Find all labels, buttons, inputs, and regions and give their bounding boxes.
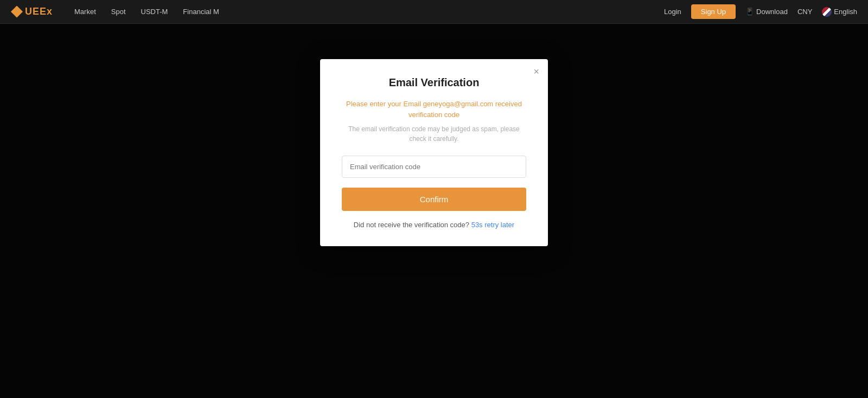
resend-timer[interactable]: 53s retry later [471, 221, 514, 229]
flag-icon [822, 7, 832, 17]
resend-section: Did not receive the verification code? 5… [342, 221, 526, 229]
logo-text: UEEx [25, 6, 53, 17]
signup-button[interactable]: Sign Up [691, 4, 736, 19]
verification-code-input[interactable] [342, 156, 526, 178]
nav-right: Login Sign Up 📱 Download CNY English [664, 4, 857, 19]
modal-description: Please enter your Email geneyoga@gmail.c… [342, 99, 526, 120]
nav-financial[interactable]: Financial M [183, 8, 219, 16]
nav-usdtm[interactable]: USDT-M [141, 8, 168, 16]
nav-market[interactable]: Market [74, 8, 96, 16]
email-verification-modal: × Email Verification Please enter your E… [320, 59, 548, 246]
navbar: UEEx Market Spot USDT-M Financial M Logi… [0, 0, 868, 24]
modal-spam-note: The email verification code may be judge… [342, 124, 526, 144]
modal-title: Email Verification [342, 76, 526, 89]
logo[interactable]: UEEx [11, 6, 53, 18]
close-button[interactable]: × [533, 67, 539, 76]
download-link[interactable]: 📱 Download [745, 8, 788, 16]
currency-selector[interactable]: CNY [797, 8, 812, 16]
nav-spot[interactable]: Spot [111, 8, 126, 16]
modal-overlay: × Email Verification Please enter your E… [0, 24, 868, 398]
login-button[interactable]: Login [664, 8, 681, 16]
resend-prefix: Did not receive the verification code? [354, 221, 469, 229]
language-selector[interactable]: English [822, 7, 857, 17]
logo-icon [11, 6, 23, 18]
phone-icon: 📱 [745, 8, 754, 16]
nav-links: Market Spot USDT-M Financial M [74, 8, 664, 16]
confirm-button[interactable]: Confirm [342, 188, 526, 211]
